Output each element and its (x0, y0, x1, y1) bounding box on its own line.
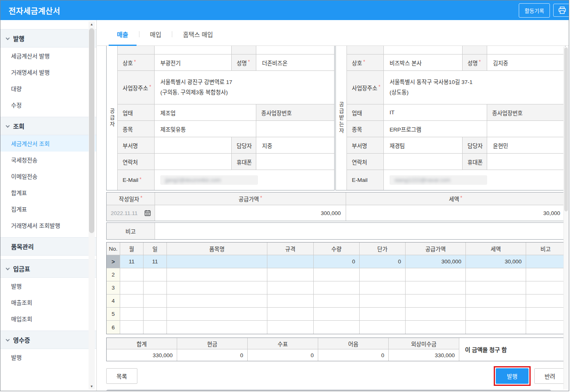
sidebar-section-issue[interactable]: 발행 (0, 29, 96, 48)
grid-cell-tax[interactable]: 30,000 (466, 255, 526, 268)
sidebar-item-tax-invoice-inquiry[interactable]: 세금계산서 조회 (0, 135, 96, 152)
main-vertical-scrollbar[interactable] (563, 47, 568, 390)
receiver-biztype-field[interactable]: IT (384, 104, 487, 120)
sidebar-item-sum-table[interactable]: 합계표 (0, 184, 96, 201)
sidebar-section-deposit-slip[interactable]: 입금표 (0, 259, 96, 278)
supply-amount-field[interactable]: 300,000 (155, 205, 346, 221)
horizontal-scrollbar[interactable] (106, 390, 565, 391)
supplier-contact-field[interactable] (155, 154, 232, 170)
bill-value: 0 (318, 349, 389, 361)
grid-cell-month[interactable]: 11 (120, 255, 144, 268)
activity-log-button[interactable]: 활동기록 (519, 3, 550, 18)
receiver-subbizno-field[interactable] (487, 121, 565, 137)
sidebar-item-aggregate-table[interactable]: 집계표 (0, 201, 96, 217)
sidebar-item-purchase-inquiry[interactable]: 매입조회 (0, 310, 96, 327)
app-window: 전자세금계산서 활동기록 발행 세금계산서 발행 거래명세서 발행 대량 수정 … (0, 0, 569, 391)
supplier-company-field[interactable]: 부광전기 (155, 54, 232, 70)
supplier-address-field[interactable]: 서울특별시 광진구 강변역로 17 (구의동, 구의제3동 복합청사) (155, 71, 334, 104)
note-field[interactable] (155, 223, 565, 239)
chevron-down-icon (6, 36, 10, 40)
scroll-up-arrow-icon[interactable]: ▲ (89, 21, 95, 27)
supplier-email-field[interactable]: jjang2@douzonbiz.com (155, 170, 334, 190)
receiver-manager-field[interactable]: 윤현민 (487, 137, 565, 153)
scroll-down-arrow-icon[interactable]: ▼ (89, 383, 95, 390)
sidebar-item-nts-transfer[interactable]: 국세청전송 (0, 152, 96, 168)
grid-row-number[interactable]: 2 (107, 268, 120, 281)
sidebar-item-statement-inquiry-issue[interactable]: 거래명세서 조회발행 (0, 217, 96, 233)
sidebar-item-modify[interactable]: 수정 (0, 97, 96, 113)
receiver-contact-field[interactable] (384, 154, 463, 170)
grid-cell-item[interactable] (167, 255, 267, 268)
sidebar-section-item-management[interactable]: 품목관리 (0, 237, 96, 256)
tab-sales[interactable]: 매출 (106, 30, 139, 45)
receiver-company-field[interactable]: 비즈박스 본사 (384, 54, 463, 70)
write-date-field[interactable]: 2022.11.11 (107, 205, 155, 221)
tab-purchase[interactable]: 매입 (139, 30, 172, 45)
grid-cell-qty[interactable]: 0 (314, 255, 360, 268)
grid-row[interactable]: 3 (107, 281, 565, 295)
supplier-name-field[interactable]: 더존비즈온 (256, 54, 334, 70)
list-button[interactable]: 목록 (106, 368, 137, 384)
grid-row-number[interactable]: 5 (107, 308, 120, 320)
grid-cell-spec[interactable] (267, 255, 314, 268)
supplier-manager-field[interactable]: 지중 (256, 137, 334, 153)
clipped-row (347, 46, 565, 54)
horizontal-scrollbar-thumb[interactable] (106, 390, 551, 391)
supplier-subbizno-field[interactable] (256, 121, 334, 137)
sidebar-scrollbar-thumb[interactable] (89, 28, 94, 233)
sidebar-item-bulk[interactable]: 대량 (0, 80, 96, 97)
grid-row-number[interactable]: 6 (107, 321, 120, 334)
email-label: E-Mail* (118, 170, 155, 190)
chevron-down-icon (6, 124, 10, 128)
grid-row-selected[interactable]: > 11 11 0 0 300,000 30,000 (107, 255, 565, 268)
supplier-dept-field[interactable] (155, 137, 232, 153)
sidebar-item-deposit-issue[interactable]: 발행 (0, 278, 96, 294)
receiver-email-field[interactable]: stanyj1222@navar.com (384, 170, 565, 190)
row-selector-chevron[interactable]: > (107, 255, 120, 268)
sidebar-item-receipt-issue[interactable]: 발행 (0, 349, 96, 365)
sidebar-item-sales-inquiry[interactable]: 매출조회 (0, 294, 96, 310)
credit-value: 330,000 (389, 349, 459, 361)
biztype-label: 업태 (118, 104, 155, 120)
dept-label: 부서명 (118, 137, 155, 153)
supply-amount-header: 공급가액* (155, 193, 346, 205)
grid-cell-supply[interactable]: 300,000 (406, 255, 466, 268)
receiver-bizitem-field[interactable]: ERP프로그램 (384, 121, 487, 137)
sidebar-item-tax-invoice-issue[interactable]: 세금계산서 발행 (0, 48, 96, 64)
tab-hometax-purchase[interactable]: 홈택스 매입 (172, 30, 223, 45)
sidebar-section-receipt[interactable]: 영수증 (0, 331, 96, 349)
grid-row[interactable]: 2 (107, 268, 565, 281)
grid-row[interactable]: 4 (107, 295, 565, 308)
claim-text: 이 금액을 청구 함 (459, 338, 565, 361)
subbizno-label: 종사업장번호 (256, 104, 334, 120)
supplier-biztype-field[interactable]: 제조업 (155, 104, 256, 120)
supplier-mobile-field[interactable] (256, 154, 334, 170)
grid-row[interactable]: 5 (107, 308, 565, 321)
grid-cell-day[interactable]: 11 (144, 255, 167, 268)
sidebar-section-inquiry[interactable]: 조회 (0, 117, 96, 135)
reject-button[interactable]: 반려 (534, 368, 565, 384)
sidebar-section-label: 품목관리 (11, 242, 34, 251)
grid-row-number[interactable]: 4 (107, 295, 120, 307)
sidebar-item-email-transfer[interactable]: 이메일전송 (0, 168, 96, 184)
main-scrollbar-thumb[interactable] (564, 48, 568, 211)
receiver-name-field[interactable]: 김지중 (487, 54, 565, 70)
mobile-label: 휴대폰 (232, 154, 256, 170)
receiver-mobile-field[interactable] (487, 154, 565, 170)
grid-cell-price[interactable]: 0 (360, 255, 406, 268)
sidebar-item-statement-issue[interactable]: 거래명세서 발행 (0, 64, 96, 80)
grid-row[interactable]: 6 (107, 321, 565, 334)
grid-cell-note[interactable] (526, 255, 565, 268)
receiver-dept-field[interactable]: 재경팀 (384, 137, 463, 153)
calendar-icon[interactable] (144, 210, 151, 216)
sidebar-scrollbar[interactable]: ▲ ▼ (89, 21, 95, 390)
address-label: 사업장주소* (347, 71, 384, 104)
receiver-address-field[interactable]: 서울특별시 동작구 국사봉10길 37-1 (상도동) (384, 71, 565, 104)
cash-header: 현금 (177, 338, 248, 349)
supplier-bizitem-field[interactable]: 제조및유통 (155, 121, 256, 137)
print-button[interactable] (553, 4, 569, 17)
clipped-row (118, 46, 334, 54)
grid-row-number[interactable]: 3 (107, 281, 120, 294)
tax-amount-field[interactable]: 30,000 (346, 205, 565, 221)
issue-button[interactable]: 발행 (496, 368, 529, 384)
